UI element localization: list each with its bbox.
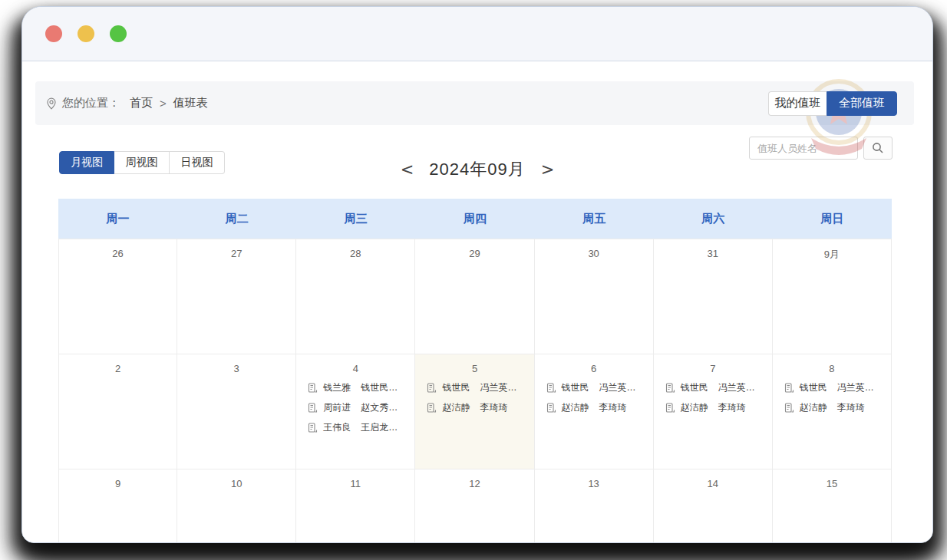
- calendar-day-cell[interactable]: 9月: [773, 239, 892, 354]
- breadcrumb-home-link[interactable]: 首页: [130, 96, 153, 110]
- day-number: 29: [415, 239, 533, 259]
- person-search: [749, 137, 893, 160]
- tab-day-view[interactable]: 日视图: [170, 151, 225, 174]
- calendar-day-cell[interactable]: 4钱兰雅钱世民…周前进赵文秀…王伟良王启龙…: [296, 354, 415, 469]
- calendar-day-cell[interactable]: 5钱世民冯兰英…赵洁静李琦琦: [415, 354, 534, 469]
- duty-person-name: 冯兰英…: [837, 381, 874, 394]
- calendar-day-cell[interactable]: 15: [773, 469, 892, 543]
- calendar-day-cell[interactable]: 8钱世民冯兰英…赵洁静李琦琦: [773, 354, 892, 469]
- calendar-week-row: 2627282930319月: [58, 239, 892, 354]
- building-icon: [784, 383, 794, 393]
- calendar-day-cell[interactable]: 30: [535, 239, 654, 354]
- duty-entry-list: 钱世民冯兰英…赵洁静李琦琦: [654, 381, 772, 414]
- building-icon: [784, 403, 794, 413]
- duty-entry[interactable]: 周前进赵文秀…: [308, 401, 414, 414]
- weekday-header-row: 周一 周二 周三 周四 周五 周六 周日: [58, 199, 892, 239]
- day-number: 6: [535, 354, 653, 374]
- duty-person-name: 李琦琦: [599, 401, 627, 414]
- duty-person-name: 冯兰英…: [480, 381, 516, 394]
- day-number: 30: [535, 239, 653, 259]
- duty-entry-list: 钱世民冯兰英…赵洁静李琦琦: [535, 381, 653, 414]
- day-number: 31: [654, 239, 772, 259]
- main-content: 您的位置： 首页 > 值班表 我的值班 全部值班: [22, 61, 932, 542]
- day-number: 11: [296, 469, 414, 489]
- day-number: 10: [177, 469, 295, 489]
- duty-entry[interactable]: 钱世民冯兰英…: [546, 381, 653, 394]
- weekday-header: 周一: [58, 199, 177, 239]
- duty-entry[interactable]: 王伟良王启龙…: [308, 421, 414, 434]
- duty-entry[interactable]: 钱世民冯兰英…: [665, 381, 772, 394]
- duty-entry[interactable]: 钱世民冯兰英…: [784, 381, 891, 394]
- day-number: 14: [654, 469, 772, 489]
- search-input[interactable]: [749, 137, 858, 160]
- duty-entry[interactable]: 钱兰雅钱世民…: [308, 381, 414, 394]
- close-window-button[interactable]: [45, 25, 62, 42]
- window-titlebar: [22, 7, 932, 61]
- weekday-header: 周三: [296, 199, 415, 239]
- building-icon: [427, 403, 437, 413]
- duty-person-name: 冯兰英…: [718, 381, 755, 394]
- date-navigation: < 2024年09月 >: [398, 158, 558, 181]
- building-icon: [308, 423, 318, 433]
- screen: 您的位置： 首页 > 值班表 我的值班 全部值班: [0, 0, 947, 560]
- next-month-icon[interactable]: >: [538, 160, 558, 180]
- view-switcher: 月视图 周视图 日视图: [59, 151, 225, 174]
- calendar-day-cell[interactable]: 11: [296, 469, 415, 543]
- calendar-day-cell[interactable]: 9: [58, 469, 177, 543]
- duty-person-name: 赵洁静: [442, 401, 470, 414]
- duty-entry[interactable]: 赵洁静李琦琦: [665, 401, 772, 414]
- duty-person-name: 冯兰英…: [599, 381, 636, 394]
- duty-person-name: 王伟良: [323, 421, 351, 434]
- tab-month-view[interactable]: 月视图: [59, 151, 114, 174]
- duty-person-name: 赵洁静: [681, 401, 708, 414]
- search-icon: [872, 142, 884, 154]
- all-duty-button[interactable]: 全部值班: [827, 91, 897, 116]
- tab-week-view[interactable]: 周视图: [114, 151, 170, 174]
- breadcrumb: 您的位置： 首页 > 值班表: [46, 96, 208, 110]
- building-icon: [308, 403, 318, 413]
- calendar-day-cell[interactable]: 6钱世民冯兰英…赵洁静李琦琦: [535, 354, 654, 469]
- calendar-day-cell[interactable]: 13: [535, 469, 654, 543]
- weekday-header: 周日: [773, 199, 892, 239]
- calendar-day-cell[interactable]: 7钱世民冯兰英…赵洁静李琦琦: [654, 354, 773, 469]
- duty-entry[interactable]: 钱世民冯兰英…: [427, 381, 533, 394]
- day-number: 9: [59, 469, 177, 489]
- duty-entry[interactable]: 赵洁静李琦琦: [427, 401, 533, 414]
- weekday-header: 周五: [535, 199, 654, 239]
- breadcrumb-bar: 您的位置： 首页 > 值班表 我的值班 全部值班: [35, 81, 914, 125]
- duty-person-name: 赵文秀…: [361, 401, 398, 414]
- duty-entry[interactable]: 赵洁静李琦琦: [784, 401, 891, 414]
- location-pin-icon: [46, 97, 57, 110]
- weekday-header: 周二: [177, 199, 296, 239]
- calendar-week-row: 234钱兰雅钱世民…周前进赵文秀…王伟良王启龙…5钱世民冯兰英…赵洁静李琦琦6钱…: [58, 354, 892, 469]
- breadcrumb-separator: >: [160, 97, 167, 110]
- calendar-day-cell[interactable]: 26: [58, 239, 177, 354]
- duty-entry[interactable]: 赵洁静李琦琦: [546, 401, 653, 414]
- building-icon: [427, 383, 437, 393]
- calendar-day-cell[interactable]: 10: [177, 469, 296, 543]
- weekday-header: 周六: [654, 199, 773, 239]
- search-button[interactable]: [863, 137, 893, 160]
- day-number: 7: [654, 354, 772, 374]
- minimize-window-button[interactable]: [78, 25, 94, 42]
- day-number: 4: [296, 354, 414, 374]
- day-number: 5: [415, 354, 533, 374]
- calendar-day-cell[interactable]: 27: [177, 239, 296, 354]
- zoom-window-button[interactable]: [110, 25, 127, 42]
- day-number: 9月: [773, 239, 891, 262]
- calendar-day-cell[interactable]: 31: [654, 239, 773, 354]
- day-number: 12: [415, 469, 533, 489]
- calendar-day-cell[interactable]: 12: [415, 469, 534, 543]
- calendar-day-cell[interactable]: 3: [177, 354, 296, 469]
- calendar-day-cell[interactable]: 2: [58, 354, 177, 469]
- prev-month-icon[interactable]: <: [398, 160, 417, 180]
- day-number: 15: [773, 469, 891, 489]
- calendar-day-cell[interactable]: 28: [296, 239, 415, 354]
- duty-person-name: 李琦琦: [718, 401, 746, 414]
- my-duty-button[interactable]: 我的值班: [768, 91, 827, 116]
- duty-entry-list: 钱世民冯兰英…赵洁静李琦琦: [415, 381, 533, 414]
- calendar-day-cell[interactable]: 29: [415, 239, 534, 354]
- calendar-day-cell[interactable]: 14: [654, 469, 773, 543]
- duty-calendar: 周一 周二 周三 周四 周五 周六 周日 2627282930319月234钱兰…: [58, 199, 892, 543]
- day-number: 3: [177, 354, 295, 374]
